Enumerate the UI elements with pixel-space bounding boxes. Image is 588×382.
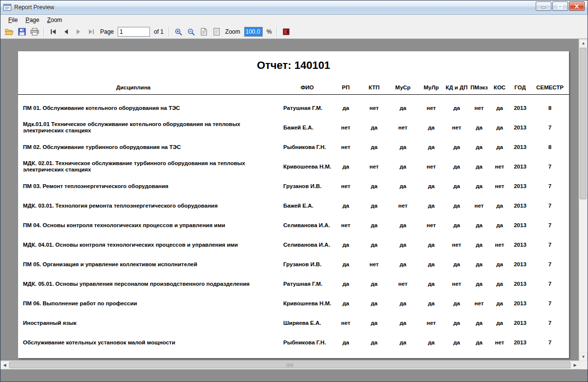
value-cell: да [332,95,360,118]
print-icon [30,28,39,36]
page-count-label: of 1 [154,28,164,35]
scroll-right-button[interactable]: ▶ [571,361,579,369]
save-icon [18,28,26,36]
scroll-up-icon: ▲ [582,41,586,45]
scroll-up-button[interactable]: ▲ [579,39,588,47]
horizontal-scrollbar[interactable]: ◀ ▶ [0,361,579,369]
fio-cell: Грузанов И.В. [283,176,332,196]
report-preview-window: Report Preview File Page Zoom [0,0,588,382]
scroll-left-button[interactable]: ◀ [0,361,9,369]
value-cell: да [445,255,468,274]
zoom-in-icon [174,28,183,36]
value-cell: нет [332,137,360,157]
value-cell: да [490,274,509,294]
table-row: ПМ 05. Организация и управление коллекти… [18,255,569,274]
close-preview-button[interactable] [280,26,292,37]
value-cell: да [360,176,388,196]
minimize-button[interactable] [536,1,551,11]
scroll-right-icon: ▶ [573,363,576,367]
discipline-cell: ПМ 01. Обслуживание котельного оборудова… [18,95,283,118]
percent-label: % [267,28,272,35]
page-setup-button[interactable] [198,26,210,37]
next-page-button[interactable] [73,26,84,37]
horizontal-scrollbar-thumb[interactable] [9,361,570,368]
fio-cell: Рыбникова Г.Н. [283,333,332,352]
value-cell: да [468,215,490,235]
document-button[interactable] [210,26,222,37]
value-cell: да [418,137,445,157]
year-cell: 2013 [509,274,531,294]
prev-page-button[interactable] [60,26,72,37]
zoom-in-button[interactable] [172,26,184,37]
open-button[interactable] [3,26,15,37]
save-button[interactable] [16,26,28,37]
menu-file[interactable]: File [4,16,21,24]
menu-zoom[interactable]: Zoom [43,16,66,24]
value-cell: да [360,235,388,255]
value-cell: да [445,313,468,333]
column-header-mulr: МуЛр [418,85,445,95]
value-cell: да [445,95,468,118]
vertical-scrollbar[interactable]: ▲ ▼ [579,39,588,361]
value-cell: да [360,274,388,294]
maximize-icon [557,4,563,9]
value-cell: да [418,118,445,137]
value-cell: да [332,157,360,176]
table-header-row: Дисциплина ФИО РП КТП МуСр МуЛр КД и ДП … [18,85,569,95]
semester-cell: 7 [531,196,569,215]
menu-page[interactable]: Page [21,16,43,24]
value-cell: нет [490,176,509,196]
value-cell: нет [388,274,418,294]
value-cell: да [468,255,490,274]
report-title: Отчет: 140101 [18,51,569,72]
zoom-value-input[interactable] [244,27,263,37]
fio-cell: Бажей Е.А. [283,196,332,215]
discipline-cell: ПМ 04. Основы контроля технологических п… [18,215,283,235]
value-cell: да [388,333,418,352]
semester-cell: 7 [531,313,569,333]
print-button[interactable] [29,26,41,37]
year-cell: 2013 [509,137,531,157]
zoom-label: Zoom [225,28,240,35]
value-cell: нет [468,196,490,215]
value-cell: да [388,313,418,333]
fio-cell: Грузанов И.В. [283,255,332,274]
maximize-button[interactable] [552,1,568,11]
close-button[interactable] [569,1,585,11]
year-cell: 2013 [509,157,531,176]
window-controls [536,0,585,15]
value-cell: да [388,255,418,274]
value-cell: нет [445,274,468,294]
column-header-kos: КОС [490,85,509,95]
menu-bar: File Page Zoom [0,15,588,25]
first-page-button[interactable] [47,26,59,37]
next-page-icon [75,29,82,35]
value-cell: да [388,215,418,235]
last-page-button[interactable] [85,26,97,37]
year-cell: 2013 [509,118,531,137]
fio-cell: Ширяева Е.А. [283,313,332,333]
zoom-out-button[interactable] [185,26,197,37]
scroll-down-button[interactable]: ▼ [579,353,588,361]
discipline-cell: МДК. 05.01. Основы управления персоналом… [18,274,283,294]
value-cell: нет [332,118,360,137]
semester-cell: 8 [531,95,569,118]
value-cell: да [490,215,509,235]
discipline-cell: МДК. 04.01. Основы контроля технологичес… [18,235,283,255]
year-cell: 2013 [509,235,531,255]
value-cell: да [418,274,445,294]
page-number-input[interactable] [118,27,150,37]
value-cell: да [445,294,468,313]
discipline-cell: ПМ 03. Ремонт теплоэнергетического обору… [18,176,283,196]
vertical-scrollbar-thumb[interactable] [580,48,587,199]
menu-zoom-rest: oom [51,17,62,23]
column-header-kdidp: КД и ДП [445,85,468,95]
prev-page-icon [63,29,69,35]
value-cell: да [490,294,509,313]
table-row: Иностранный языкШиряева Е.А.нетдаданетда… [18,313,569,333]
fio-cell: Селиванова И.А. [283,235,332,255]
value-cell: нет [490,333,509,352]
fio-cell: Кривошеева Н.М. [283,294,332,313]
value-cell: да [360,333,388,352]
value-cell: да [490,313,509,333]
